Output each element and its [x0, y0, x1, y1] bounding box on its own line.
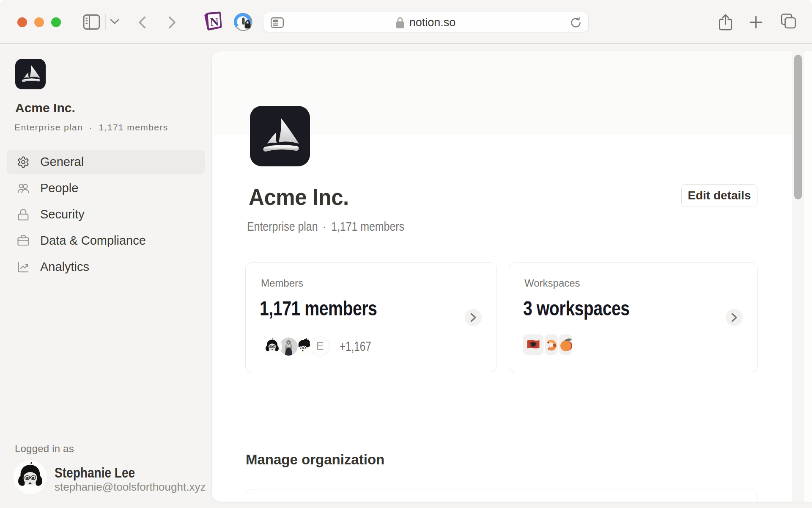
svg-text:N: N: [209, 15, 219, 28]
